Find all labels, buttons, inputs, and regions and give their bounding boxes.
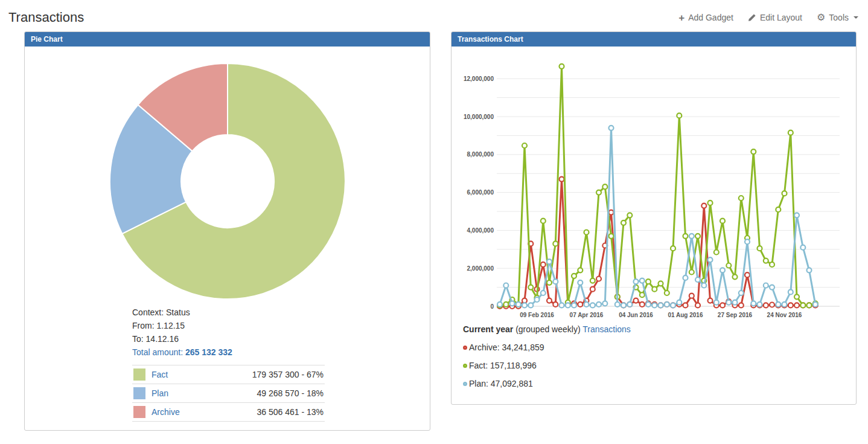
svg-text:0: 0 bbox=[490, 303, 494, 310]
line-chart[interactable]: 02,000,0004,000,0006,000,0008,000,00010,… bbox=[452, 47, 856, 324]
legend-item-archive: Archive: 34,241,859 bbox=[463, 343, 856, 352]
pie-total-label: Total amount: bbox=[132, 347, 183, 357]
pie-total-value: 265 132 332 bbox=[185, 347, 232, 357]
plan-swatch bbox=[133, 387, 145, 399]
plus-icon: + bbox=[678, 13, 685, 23]
pie-to-line: To: 14.12.16 bbox=[132, 332, 430, 346]
svg-text:4,000,000: 4,000,000 bbox=[467, 227, 494, 234]
chevron-down-icon bbox=[854, 16, 858, 19]
transactions-gadget-body: 02,000,0004,000,0006,000,0008,000,00010,… bbox=[452, 47, 856, 404]
archive-swatch bbox=[133, 406, 145, 418]
tools-label: Tools bbox=[829, 13, 849, 22]
plan-value: 49 268 570 - 18% bbox=[202, 384, 325, 403]
legend-archive-text: Archive: 34,241,859 bbox=[469, 343, 544, 352]
fact-link[interactable]: Fact bbox=[152, 370, 168, 379]
gear-icon: ⚙ bbox=[817, 13, 825, 22]
header-actions: + Add Gadget Edit Layout ⚙ Tools bbox=[664, 13, 858, 23]
svg-text:04 Jun 2016: 04 Jun 2016 bbox=[619, 312, 653, 318]
chart-legend-title: Current year (grouped weekly) Transactio… bbox=[463, 324, 856, 334]
svg-text:10,000,000: 10,000,000 bbox=[464, 114, 494, 120]
edit-layout-button[interactable]: Edit Layout bbox=[748, 13, 802, 22]
fact-value: 179 357 300 - 67% bbox=[202, 365, 325, 384]
pie-chart-gadget: Pie Chart Context: Status From: 1.12.15 … bbox=[24, 31, 430, 431]
pie-meta: Context: Status From: 1.12.15 To: 14.12.… bbox=[132, 306, 430, 359]
chart-legend: Current year (grouped weekly) Transactio… bbox=[452, 324, 856, 404]
add-gadget-button[interactable]: + Add Gadget bbox=[678, 13, 733, 23]
pencil-icon bbox=[748, 13, 756, 22]
svg-text:12,000,000: 12,000,000 bbox=[464, 76, 494, 82]
archive-link[interactable]: Archive bbox=[152, 407, 180, 417]
legend-plan-text: Plan: 47,092,881 bbox=[469, 379, 533, 388]
table-row: Fact 179 357 300 - 67% bbox=[132, 365, 325, 384]
x-axis-labels: 09 Feb 201607 Apr 201604 Jun 201601 Aug … bbox=[520, 312, 802, 318]
svg-text:6,000,000: 6,000,000 bbox=[467, 189, 494, 196]
legend-item-plan: Plan: 47,092,881 bbox=[463, 379, 856, 388]
archive-value: 36 506 461 - 13% bbox=[202, 403, 325, 422]
transactions-chart-gadget: Transactions Chart 02,000,0004,000,0006,… bbox=[451, 31, 857, 405]
svg-text:07 Apr 2016: 07 Apr 2016 bbox=[570, 312, 604, 318]
page-title: Transactions bbox=[8, 10, 84, 25]
add-gadget-label: Add Gadget bbox=[688, 13, 733, 22]
page-header: Transactions + Add Gadget Edit Layout ⚙ … bbox=[0, 0, 868, 31]
series-plan bbox=[497, 126, 818, 308]
svg-text:09 Feb 2016: 09 Feb 2016 bbox=[520, 312, 554, 318]
legend-item-fact: Fact: 157,118,996 bbox=[463, 361, 856, 370]
transactions-link[interactable]: Transactions bbox=[582, 324, 631, 334]
dashboard: Pie Chart Context: Status From: 1.12.15 … bbox=[0, 31, 868, 431]
pie-legend-table: Fact 179 357 300 - 67% Plan 49 268 570 -… bbox=[132, 365, 325, 422]
plan-link[interactable]: Plan bbox=[152, 388, 168, 398]
series-fact bbox=[497, 64, 818, 308]
svg-text:01 Aug 2016: 01 Aug 2016 bbox=[668, 312, 703, 318]
svg-text:2,000,000: 2,000,000 bbox=[467, 265, 494, 272]
y-axis-labels: 02,000,0004,000,0006,000,0008,000,00010,… bbox=[464, 76, 494, 310]
pie-context-line: Context: Status bbox=[132, 306, 430, 319]
legend-subtitle-text: (grouped weekly) bbox=[515, 324, 580, 334]
legend-fact-text: Fact: 157,118,996 bbox=[469, 361, 537, 370]
edit-layout-label: Edit Layout bbox=[760, 13, 802, 22]
pie-gadget-header[interactable]: Pie Chart bbox=[25, 32, 430, 47]
fact-swatch bbox=[133, 368, 145, 381]
donut-chart[interactable] bbox=[107, 60, 348, 302]
fact-ring-icon bbox=[463, 364, 467, 368]
pie-gadget-body: Context: Status From: 1.12.15 To: 14.12.… bbox=[25, 60, 430, 422]
svg-text:8,000,000: 8,000,000 bbox=[467, 151, 494, 158]
svg-text:24 Nov 2016: 24 Nov 2016 bbox=[767, 312, 802, 318]
tools-button[interactable]: ⚙ Tools bbox=[817, 13, 858, 22]
pie-from-line: From: 1.12.15 bbox=[132, 319, 430, 332]
plan-ring-icon bbox=[463, 382, 467, 386]
legend-title-text: Current year bbox=[463, 324, 513, 334]
svg-text:27 Sep 2016: 27 Sep 2016 bbox=[718, 312, 753, 318]
table-row: Plan 49 268 570 - 18% bbox=[132, 384, 325, 403]
transactions-gadget-header[interactable]: Transactions Chart bbox=[452, 32, 856, 47]
table-row: Archive 36 506 461 - 13% bbox=[132, 403, 325, 422]
pie-total-line: Total amount: 265 132 332 bbox=[132, 346, 430, 359]
archive-ring-icon bbox=[463, 346, 467, 350]
